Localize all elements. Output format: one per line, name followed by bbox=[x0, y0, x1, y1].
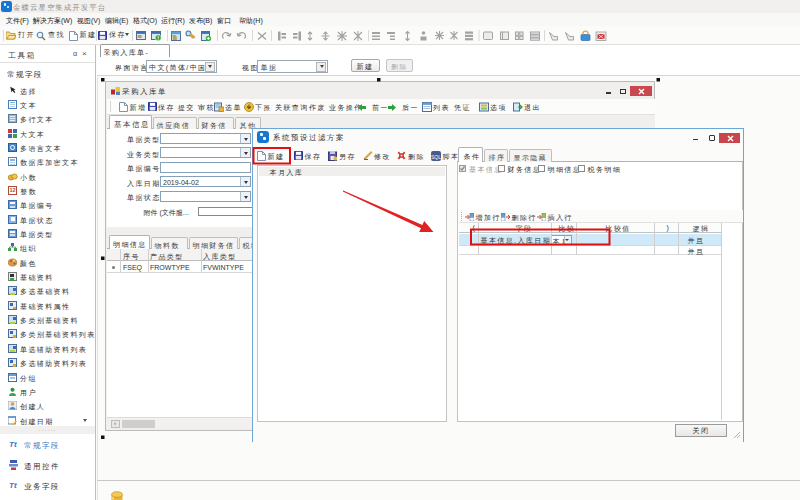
svg-text:SQL: SQL bbox=[431, 153, 441, 159]
